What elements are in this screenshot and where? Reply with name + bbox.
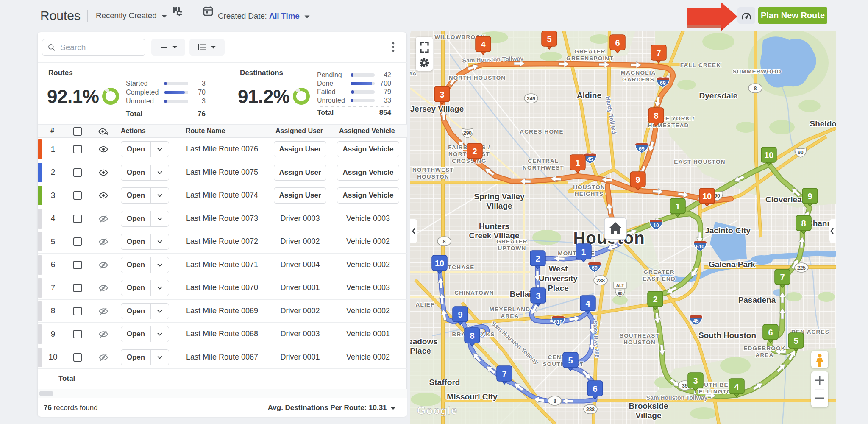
svg-text:9: 9: [458, 310, 462, 319]
svg-text:69: 69: [639, 146, 645, 152]
svg-text:3: 3: [440, 90, 444, 99]
svg-text:10: 10: [435, 259, 444, 268]
svg-text:Missouri City: Missouri City: [447, 392, 498, 401]
svg-text:NORTHWEST: NORTHWEST: [412, 167, 454, 173]
svg-text:GREATER: GREATER: [496, 238, 527, 245]
svg-text:7: 7: [780, 273, 785, 282]
svg-text:90: 90: [714, 193, 720, 199]
svg-text:610: 610: [696, 244, 704, 250]
svg-text:7: 7: [502, 369, 506, 379]
svg-text:EDGEBROOK: EDGEBROOK: [743, 345, 785, 351]
svg-text:Jersey Village: Jersey Village: [410, 104, 464, 113]
svg-text:1: 1: [675, 202, 680, 211]
svg-text:CHINATOWN: CHINATOWN: [454, 290, 494, 296]
svg-text:9: 9: [807, 192, 812, 201]
svg-text:NORTH HOUSTON: NORTH HOUSTON: [449, 75, 506, 81]
svg-text:45: 45: [693, 318, 699, 324]
svg-text:69: 69: [660, 80, 666, 86]
svg-text:1: 1: [575, 158, 580, 167]
svg-text:4: 4: [734, 382, 739, 391]
svg-text:8: 8: [801, 219, 806, 228]
svg-text:SOUTHEAST: SOUTHEAST: [620, 332, 659, 339]
svg-text:Place: Place: [548, 284, 569, 293]
svg-text:249: 249: [527, 96, 535, 102]
svg-text:ALT: ALT: [616, 283, 624, 288]
svg-text:Jacinto City: Jacinto City: [705, 226, 751, 235]
svg-text:EAST END: EAST END: [643, 276, 676, 282]
svg-text:7: 7: [656, 48, 661, 58]
svg-text:UPTOWN: UPTOWN: [498, 245, 526, 251]
svg-text:5: 5: [568, 356, 573, 365]
svg-text:HEIGHTS: HEIGHTS: [575, 191, 604, 197]
svg-text:FALL CREEK: FALL CREEK: [680, 62, 721, 68]
svg-text:10: 10: [702, 192, 712, 201]
svg-text:MAGNOLIA: MAGNOLIA: [620, 70, 656, 76]
svg-text:ACRES HOME: ACRES HOME: [520, 128, 564, 135]
svg-text:4: 4: [481, 40, 486, 49]
svg-text:HOUSTON: HOUSTON: [573, 184, 605, 190]
svg-text:6: 6: [768, 328, 773, 337]
svg-text:610: 610: [554, 319, 562, 325]
svg-text:225: 225: [797, 265, 806, 271]
svg-text:3: 3: [693, 376, 698, 385]
svg-text:10: 10: [653, 223, 659, 229]
svg-text:8: 8: [554, 398, 556, 404]
svg-text:Village: Village: [487, 201, 512, 210]
svg-text:8: 8: [754, 86, 757, 92]
svg-text:NORTHWEST: NORTHWEST: [523, 165, 564, 171]
svg-text:GREATER: GREATER: [643, 269, 674, 275]
svg-text:South Houston: South Houston: [698, 331, 756, 340]
svg-text:MA: MA: [410, 70, 417, 77]
svg-text:5: 5: [793, 336, 798, 346]
svg-text:Sheldon: Sheldon: [810, 119, 836, 128]
svg-text:University: University: [539, 274, 578, 283]
svg-text:Sam Houston Tollway: Sam Houston Tollway: [646, 394, 708, 401]
svg-text:Dyersdale: Dyersdale: [699, 91, 738, 100]
svg-text:EAST HOUSTON: EAST HOUSTON: [674, 159, 725, 165]
svg-text:5: 5: [547, 34, 551, 44]
svg-text:4: 4: [585, 299, 590, 308]
svg-text:Place: Place: [410, 346, 431, 355]
svg-text:West: West: [548, 264, 568, 273]
svg-text:Stafford: Stafford: [429, 378, 460, 387]
svg-text:Village: Village: [636, 411, 662, 420]
svg-text:Google: Google: [417, 404, 458, 417]
svg-text:Spring Valley: Spring Valley: [474, 192, 525, 201]
svg-text:Aldine: Aldine: [577, 91, 601, 100]
svg-text:6: 6: [593, 384, 597, 393]
svg-text:MEYERLAND: MEYERLAND: [490, 306, 530, 312]
svg-text:GARDENS: GARDENS: [622, 76, 654, 83]
svg-text:6: 6: [615, 38, 620, 47]
svg-text:8: 8: [470, 331, 474, 340]
svg-text:8: 8: [654, 111, 658, 120]
svg-text:Hunters: Hunters: [479, 222, 509, 231]
svg-text:1: 1: [581, 247, 586, 257]
svg-text:Brookside: Brookside: [629, 402, 668, 410]
svg-text:35: 35: [682, 383, 688, 389]
svg-text:HOUSTON: HOUSTON: [417, 173, 449, 180]
svg-text:ALIEF: ALIEF: [416, 301, 435, 308]
svg-text:8: 8: [443, 239, 446, 245]
svg-text:HOUSTON: HOUSTON: [623, 339, 656, 346]
svg-text:45: 45: [587, 156, 593, 162]
svg-text:10: 10: [764, 151, 773, 160]
svg-text:2: 2: [472, 147, 477, 156]
svg-text:Galena Park: Galena Park: [709, 260, 755, 269]
svg-text:Cloverleaf: Cloverleaf: [765, 195, 805, 204]
svg-text:9: 9: [635, 175, 640, 184]
svg-text:SUMMERWOOD: SUMMERWOOD: [732, 68, 781, 75]
svg-text:AREA: AREA: [755, 352, 773, 358]
svg-text:2: 2: [535, 254, 540, 263]
svg-text:AREA: AREA: [501, 313, 519, 319]
svg-text:90: 90: [618, 291, 623, 296]
svg-text:288: 288: [586, 407, 595, 413]
svg-text:90: 90: [798, 150, 804, 156]
svg-text:3: 3: [536, 291, 540, 301]
svg-text:CENTRAL: CENTRAL: [528, 158, 559, 164]
svg-text:GREENSPOINT: GREENSPOINT: [566, 55, 613, 61]
svg-text:Meadows: Meadows: [410, 337, 438, 346]
svg-text:288: 288: [596, 278, 605, 284]
svg-text:69: 69: [592, 265, 598, 271]
svg-text:2: 2: [653, 295, 657, 304]
svg-text:GREATER: GREATER: [574, 48, 605, 55]
